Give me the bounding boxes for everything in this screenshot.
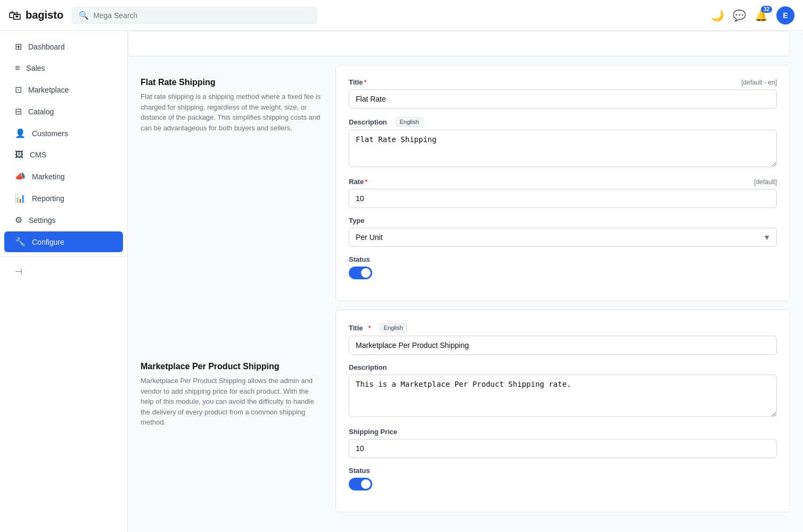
- sidebar-item-label: CMS: [30, 151, 46, 159]
- mpp-description-label: Description: [349, 363, 777, 371]
- flat-rate-rate-label-row: Rate * [default]: [349, 178, 777, 186]
- user-avatar[interactable]: E: [776, 6, 794, 24]
- flat-rate-rate-label: Rate: [349, 178, 364, 186]
- flat-rate-description-label-row: Description English: [349, 117, 777, 127]
- mpp-description-textarea[interactable]: This is a Marketplace Per Product Shippi…: [349, 375, 777, 417]
- sidebar-footer: ⊣: [0, 256, 127, 286]
- dashboard-icon: ⊞: [15, 41, 22, 52]
- mpp-title-input[interactable]: [349, 336, 777, 355]
- mpp-status-label-text: Status: [349, 467, 370, 475]
- nav-item-reporting[interactable]: 📊 Reporting: [4, 188, 123, 209]
- flat-rate-status-field: Status: [349, 255, 777, 279]
- flat-rate-type-select[interactable]: Per Unit Per Order: [349, 228, 777, 247]
- nav-item-configure[interactable]: 🔧 Configure: [4, 231, 123, 252]
- mpp-status-toggle-wrapper: [349, 478, 777, 491]
- marketing-icon: 📣: [15, 171, 26, 181]
- mpp-status-label: Status: [349, 467, 777, 475]
- messages-icon[interactable]: 💬: [733, 9, 746, 22]
- marketplace-icon: ⊡: [15, 85, 22, 95]
- nav-item-marketing[interactable]: 📣 Marketing: [4, 166, 123, 187]
- sidebar: ⊞ Dashboard ≡ Sales ⊡ Marketplace ⊟ Cata…: [0, 31, 128, 532]
- mpp-shipping-price-label-text: Shipping Price: [349, 428, 397, 436]
- flat-rate-type-label: Type: [349, 217, 777, 225]
- layout: ⊞ Dashboard ≡ Sales ⊡ Marketplace ⊟ Cata…: [0, 31, 803, 532]
- left-panel: Flat Rate Shipping Flat rate shipping is…: [128, 65, 335, 525]
- flat-rate-status-label: Status: [349, 255, 777, 263]
- mpp-description-field: Description This is a Marketplace Per Pr…: [349, 363, 777, 419]
- flat-rate-title-required: *: [364, 78, 367, 86]
- main-content: Flat Rate Shipping Flat rate shipping is…: [128, 31, 803, 532]
- sidebar-item-label: Settings: [29, 216, 56, 225]
- marketplace-per-product-card: Title * English Description This is a Ma…: [335, 310, 790, 512]
- flat-rate-title-label: Title: [349, 78, 363, 86]
- flat-rate-description-lang: English: [396, 117, 423, 127]
- customers-icon: 👤: [15, 128, 26, 138]
- mpp-status-field: Status: [349, 467, 777, 491]
- nav-item-sales[interactable]: ≡ Sales: [4, 58, 123, 78]
- mpp-shipping-price-label: Shipping Price: [349, 428, 777, 436]
- right-panel: Title * [default - en] Description Engli…: [335, 65, 803, 525]
- mpp-title-field: Title * English: [349, 323, 777, 355]
- flat-rate-title: Flat Rate Shipping: [141, 78, 323, 87]
- nav-item-dashboard[interactable]: ⊞ Dashboard: [4, 36, 123, 57]
- configure-icon: 🔧: [15, 237, 26, 247]
- catalog-icon: ⊟: [15, 106, 22, 117]
- mpp-description-label-text: Description: [349, 363, 387, 371]
- flat-rate-rate-locale: [default]: [754, 178, 777, 186]
- settings-icon: ⚙: [15, 215, 22, 225]
- flat-rate-type-select-wrapper: Per Unit Per Order ▼: [349, 228, 777, 247]
- mpp-status-toggle[interactable]: [349, 478, 372, 491]
- logo-text: bagisto: [26, 9, 63, 21]
- reporting-icon: 📊: [15, 193, 26, 203]
- notification-badge: 32: [761, 6, 772, 13]
- flat-rate-status-toggle[interactable]: [349, 267, 372, 279]
- mpp-title-required: *: [368, 324, 371, 332]
- notifications-icon[interactable]: 🔔 32: [755, 9, 768, 22]
- logo-icon: 🛍: [9, 8, 21, 23]
- sidebar-item-label: Configure: [32, 238, 64, 246]
- flat-rate-desc: Flat rate shipping is a shipping method …: [141, 92, 323, 133]
- flat-rate-rate-input[interactable]: [349, 189, 777, 208]
- mpp-shipping-price-input[interactable]: [349, 439, 777, 458]
- logo[interactable]: 🛍 bagisto: [9, 8, 63, 23]
- sidebar-item-label: Catalog: [28, 107, 54, 116]
- sales-icon: ≡: [15, 63, 20, 73]
- header: 🛍 bagisto 🔍 🌙 💬 🔔 32 E: [0, 0, 803, 31]
- sidebar-collapse-button[interactable]: ⊣: [4, 261, 123, 282]
- search-icon: 🔍: [79, 11, 89, 20]
- marketplace-per-product-left: Marketplace Per Product Shipping Marketp…: [141, 362, 323, 428]
- nav-item-cms[interactable]: 🖼 CMS: [4, 145, 123, 165]
- flat-rate-rate-required: *: [365, 178, 367, 186]
- flat-rate-title-input[interactable]: [349, 89, 777, 109]
- sidebar-item-label: Marketing: [32, 172, 64, 181]
- flat-rate-title-label-row: Title * [default - en]: [349, 78, 777, 86]
- collapse-icon: ⊣: [15, 267, 22, 277]
- nav-item-customers[interactable]: 👤 Customers: [4, 123, 123, 144]
- flat-rate-rate-field: Rate * [default]: [349, 178, 777, 208]
- mpp-title-lang: English: [380, 323, 407, 332]
- sidebar-item-label: Sales: [26, 64, 45, 72]
- flat-rate-title-locale: [default - en]: [741, 79, 777, 86]
- mpp-title-label-row: Title * English: [349, 323, 777, 332]
- mpp-title-label: Title: [349, 324, 363, 332]
- sidebar-item-label: Customers: [32, 129, 68, 138]
- cms-icon: 🖼: [15, 150, 23, 160]
- nav-item-catalog[interactable]: ⊟ Catalog: [4, 101, 123, 122]
- content-inner: Flat Rate Shipping Flat rate shipping is…: [128, 65, 803, 525]
- flat-rate-description-textarea[interactable]: Flat Rate Shipping: [349, 130, 777, 167]
- flat-rate-title-field: Title * [default - en]: [349, 78, 777, 109]
- search-bar[interactable]: 🔍: [72, 7, 317, 24]
- nav-item-marketplace[interactable]: ⊡ Marketplace: [4, 79, 123, 100]
- moon-icon[interactable]: 🌙: [711, 9, 724, 22]
- search-input[interactable]: [93, 11, 310, 20]
- flat-rate-status-label-text: Status: [349, 255, 370, 263]
- header-right: 🌙 💬 🔔 32 E: [711, 6, 794, 24]
- sidebar-item-label: Dashboard: [28, 43, 65, 51]
- flat-rate-status-toggle-wrapper: [349, 267, 777, 279]
- flat-rate-left: Flat Rate Shipping Flat rate shipping is…: [141, 78, 323, 133]
- mpp-shipping-price-field: Shipping Price: [349, 428, 777, 458]
- nav-item-settings[interactable]: ⚙ Settings: [4, 210, 123, 230]
- sidebar-item-label: Marketplace: [28, 86, 69, 94]
- top-partial-card: [128, 31, 790, 56]
- marketplace-per-product-title: Marketplace Per Product Shipping: [141, 362, 323, 371]
